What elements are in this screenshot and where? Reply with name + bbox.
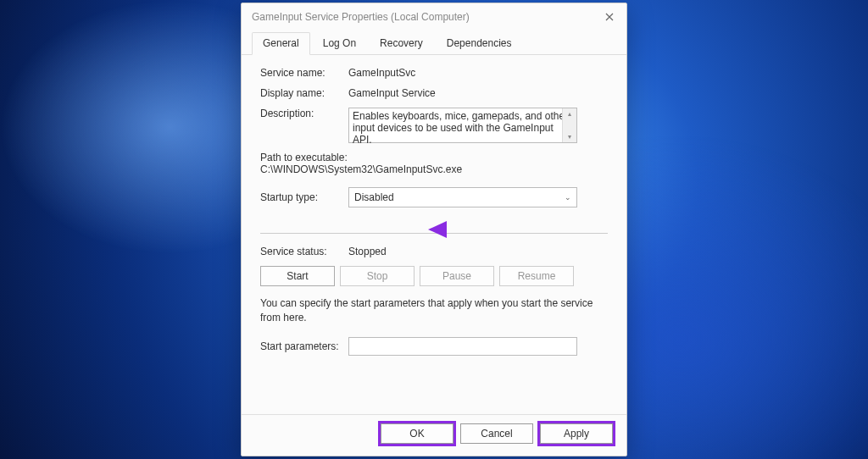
properties-dialog: GameInput Service Properties (Local Comp… — [241, 3, 627, 456]
start-params-label: Start parameters: — [260, 340, 348, 352]
description-scrollbar[interactable]: ▴ ▾ — [562, 108, 576, 142]
scroll-down-icon[interactable]: ▾ — [568, 133, 571, 141]
description-label: Description: — [260, 108, 348, 119]
window-title: GameInput Service Properties (Local Comp… — [252, 11, 470, 23]
service-name-label: Service name: — [260, 67, 348, 79]
tab-recovery[interactable]: Recovery — [369, 32, 434, 54]
start-button[interactable]: Start — [260, 266, 335, 286]
description-text: Enables keyboards, mice, gamepads, and o… — [353, 110, 568, 146]
start-params-hint: You can specify the start parameters tha… — [260, 296, 608, 325]
ok-button[interactable]: OK — [381, 423, 453, 444]
close-button[interactable] — [603, 10, 616, 24]
display-name-label: Display name: — [260, 87, 348, 99]
dialog-footer: OK Cancel Apply — [242, 414, 626, 456]
startup-type-dropdown[interactable]: Disabled ⌄ — [348, 187, 577, 207]
titlebar: GameInput Service Properties (Local Comp… — [242, 3, 626, 27]
stop-button: Stop — [340, 266, 415, 286]
chevron-down-icon: ⌄ — [565, 193, 571, 202]
path-label: Path to executable: — [260, 152, 608, 163]
tab-general[interactable]: General — [252, 32, 310, 55]
close-icon — [605, 13, 614, 21]
tab-logon[interactable]: Log On — [312, 32, 367, 54]
pause-button: Pause — [420, 266, 494, 286]
cancel-button[interactable]: Cancel — [460, 423, 533, 444]
service-name-value: GameInputSvc — [348, 67, 608, 79]
startup-type-value: Disabled — [354, 191, 394, 203]
tab-dependencies[interactable]: Dependencies — [436, 32, 523, 54]
start-params-input[interactable] — [348, 337, 577, 356]
display-name-value: GameInput Service — [348, 87, 608, 99]
resume-button: Resume — [499, 266, 574, 286]
divider — [260, 233, 608, 234]
tab-content: Service name: GameInputSvc Display name:… — [242, 55, 626, 414]
path-value: C:\WINDOWS\System32\GameInputSvc.exe — [260, 163, 608, 175]
service-status-label: Service status: — [260, 246, 348, 257]
service-status-value: Stopped — [348, 246, 608, 257]
description-textarea[interactable]: Enables keyboards, mice, gamepads, and o… — [348, 108, 577, 143]
startup-type-label: Startup type: — [260, 191, 348, 203]
tab-bar: General Log On Recovery Dependencies — [242, 27, 626, 55]
scroll-up-icon[interactable]: ▴ — [568, 110, 571, 118]
apply-button[interactable]: Apply — [540, 423, 613, 444]
